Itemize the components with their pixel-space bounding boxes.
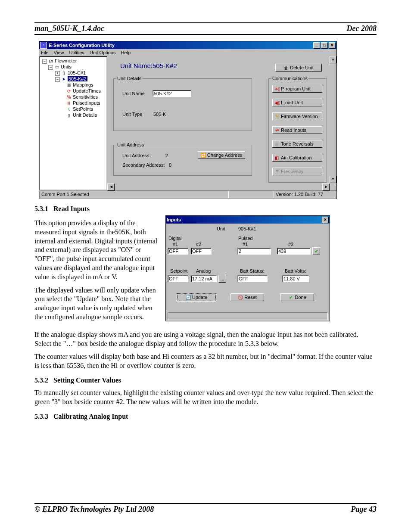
para-531-1: This option provides a display of the me…	[34, 219, 159, 282]
vertical-scrollbar[interactable]: ▲ ▼	[330, 56, 336, 190]
tree-pulsed-inputs[interactable]: PulsedInputs	[73, 100, 100, 106]
unit-name-input[interactable]	[153, 90, 191, 97]
done-button[interactable]: ✔Done	[280, 293, 314, 301]
counter-commit-button[interactable]: ✔	[312, 247, 320, 255]
pulsed-label: Pulsed	[238, 236, 253, 241]
pulsed2-label: #2	[288, 242, 293, 247]
inputs-close-button[interactable]: ✕	[322, 217, 329, 223]
tree-unit-505k[interactable]: 505-K#2	[68, 76, 87, 81]
menu-file[interactable]: File	[41, 50, 49, 55]
unit-address-value: 2	[165, 153, 168, 158]
secondary-address-value: 0	[169, 162, 171, 168]
window-title: E-Series Configuration Utility	[49, 43, 312, 48]
sect-532-num: 5.3.2	[34, 376, 48, 384]
horizontal-scrollbar[interactable]: ◀ ▶	[107, 184, 330, 190]
tree-view[interactable]: −🗂Flowmeter −▭Units +▯105-C#1 −➤505-K#2 …	[39, 56, 107, 190]
unit-details-legend: Unit Details	[116, 76, 142, 81]
sect-533-title: Calibrating Analog Input	[53, 413, 128, 420]
tree-unit-105c[interactable]: 105-C#1	[68, 70, 86, 75]
doc-date: Dec 2008	[347, 24, 377, 33]
tree-update-times[interactable]: UpdateTimes	[73, 88, 101, 93]
batt-volts-label: Batt Volts:	[285, 268, 306, 274]
analog-calibrate-button[interactable]: ...	[218, 275, 226, 283]
inputs-unit-label: Unit	[217, 226, 225, 231]
unit-name-heading: Unit Name:505-K#2	[120, 62, 177, 69]
tree-unit-details[interactable]: Unit Details	[73, 112, 97, 118]
footer-right: Page 43	[351, 505, 377, 514]
unit-type-label: Unit Type	[122, 112, 142, 117]
tree-sensitivities[interactable]: Sensitivities	[73, 94, 98, 100]
menu-utilities[interactable]: Utilities	[69, 50, 84, 55]
tree-mappings[interactable]: Mappings	[73, 82, 93, 87]
batt-status-value[interactable]	[237, 275, 268, 282]
read-inputs-button[interactable]: ⇄Read Inputs	[272, 126, 322, 134]
para-531-4: The counter values will display both bas…	[34, 352, 377, 370]
unit-name-label: Unit Name	[122, 91, 145, 96]
digital-label: Digital	[168, 236, 182, 241]
setpoint-label: Setpoint	[170, 268, 187, 274]
menu-unit-options[interactable]: Unit Options	[90, 50, 116, 55]
menu-view[interactable]: View	[54, 50, 64, 55]
sect-533-num: 5.3.3	[34, 413, 48, 420]
setpoint-value[interactable]	[168, 275, 188, 282]
app-icon: ▫	[40, 42, 47, 49]
digital2-value[interactable]	[191, 248, 212, 255]
digital1-label: #1	[173, 242, 178, 247]
digital2-label: #2	[196, 242, 201, 247]
status-comm-port: Comm Port 1 Selected	[39, 191, 229, 199]
inputs-unit-value: 905-K#1	[238, 226, 256, 231]
frequency-button: ≣Frequency	[272, 168, 322, 175]
scroll-left-icon[interactable]: ◀	[107, 184, 115, 191]
close-button[interactable]: ✕	[329, 42, 336, 49]
reset-button[interactable]: 🚫Reset	[230, 293, 264, 301]
tree-root[interactable]: Flowmeter	[55, 58, 77, 63]
tone-reversals-button[interactable]: ◎Tone Reversals	[272, 140, 322, 148]
sect-531-title: Read Inputs	[53, 205, 90, 212]
para-531-2: The displayed values will only update wh…	[34, 286, 159, 322]
batt-status-label: Batt Status:	[240, 268, 265, 274]
firmware-version-button[interactable]: ?{Firmware Version	[272, 112, 322, 120]
batt-volts-value[interactable]	[282, 275, 309, 282]
doc-filename: man_505U-K_1.4.doc	[34, 24, 104, 33]
minimize-button[interactable]: _	[313, 42, 320, 49]
communications-legend: Communications	[271, 76, 308, 81]
load-unit-button[interactable]: ◀▯Load Unit	[272, 99, 322, 106]
pulsed1-value[interactable]	[237, 248, 271, 255]
delete-unit-button[interactable]: 🗑Delete Unit	[275, 64, 322, 72]
scroll-down-icon[interactable]: ▼	[330, 176, 336, 183]
unit-address-legend: Unit Address	[116, 142, 145, 147]
inputs-title: Inputs	[167, 217, 321, 222]
program-unit-button[interactable]: ➜▯Program Unit	[272, 85, 322, 93]
status-version: Version: 1.20 Build: 77	[274, 191, 336, 199]
pulsed1-label: #1	[243, 242, 248, 247]
inputs-window: Inputs ✕ Unit 905-K#1 Digital #1 #2 Puls…	[165, 215, 330, 321]
pulsed2-value[interactable]	[277, 248, 311, 255]
unit-type-value: 505-K	[153, 112, 166, 117]
footer-left: © ELPRO Technologies Pty Ltd 2008	[34, 505, 154, 514]
scroll-up-icon[interactable]: ▲	[330, 56, 336, 63]
para-532-1: To manually set counter values, highligh…	[34, 389, 377, 407]
update-button[interactable]: 🔄Update	[177, 293, 216, 301]
analog-value[interactable]	[191, 275, 217, 282]
menu-help[interactable]: Help	[121, 50, 131, 55]
digital1-value[interactable]	[168, 248, 188, 255]
ain-calibration-button[interactable]: ◧Ain Calibration	[272, 154, 322, 162]
para-531-3: If the analogue display shows mA and you…	[34, 330, 377, 348]
config-utility-window: ▫ E-Series Configuration Utility _ □ ✕ F…	[39, 41, 337, 199]
scroll-right-icon[interactable]: ▶	[322, 184, 330, 191]
sect-532-title: Setting Counter Values	[53, 376, 121, 384]
sect-531-num: 5.3.1	[34, 205, 48, 212]
analog-label: Analog	[196, 268, 211, 274]
maximize-button[interactable]: □	[321, 42, 328, 49]
tree-units[interactable]: Units	[61, 64, 72, 69]
menu-bar: File View Utilities Unit Options Help	[39, 49, 336, 56]
tree-setpoints[interactable]: SetPoints	[73, 106, 93, 112]
unit-address-label: Unit Address:	[122, 153, 150, 158]
secondary-address-label: Secondary Address:	[122, 162, 165, 168]
change-address-button[interactable]: 🔁Change Address	[198, 151, 245, 159]
